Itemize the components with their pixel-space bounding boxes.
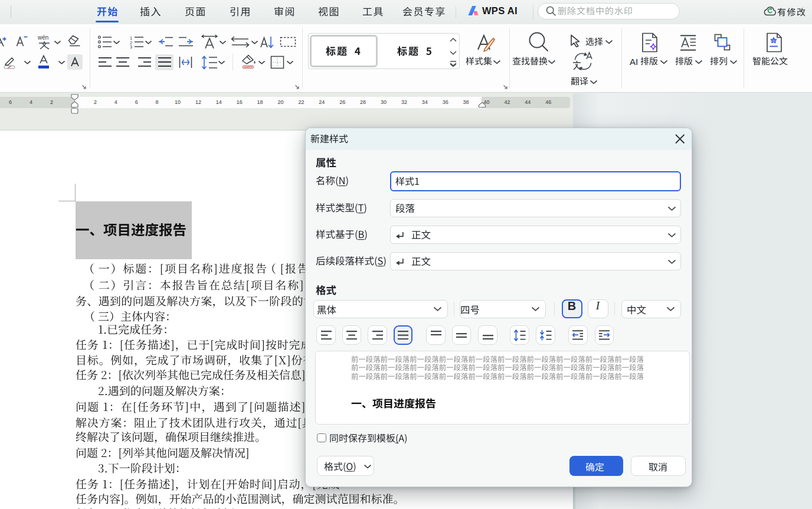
svg-text:wén: wén bbox=[38, 34, 48, 41]
svg-text:3: 3 bbox=[130, 44, 132, 48]
